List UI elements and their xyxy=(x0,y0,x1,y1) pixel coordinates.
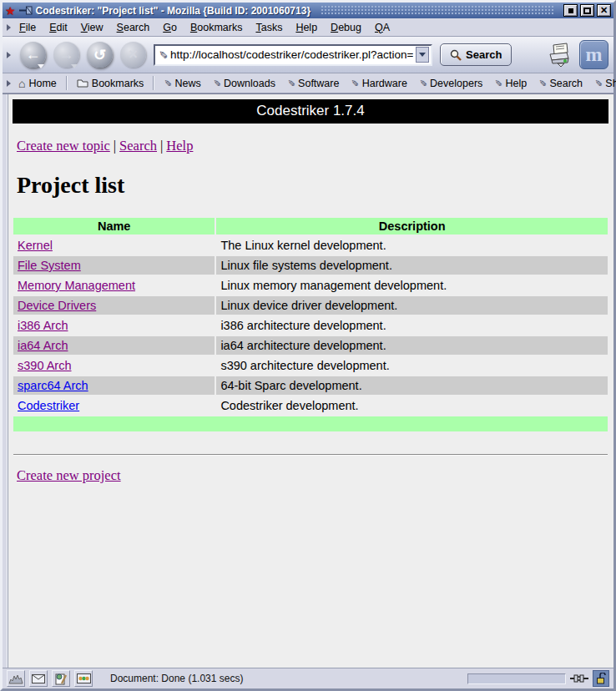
maximize-icon xyxy=(583,8,591,14)
print-button[interactable] xyxy=(545,43,572,68)
table-header-row: Name Description xyxy=(13,218,608,235)
bookmark-label: Hardware xyxy=(362,78,407,89)
online-status-button[interactable] xyxy=(570,673,588,683)
personal-toolbar: ⌂ Home Bookmarks ✎News ✎Downloads ✎Softw… xyxy=(3,73,613,93)
menu-help[interactable]: Help xyxy=(289,19,324,36)
search-button[interactable]: Search xyxy=(440,43,512,66)
quill-icon: ✎ xyxy=(285,79,296,87)
mail-component-button[interactable] xyxy=(29,670,48,687)
security-button[interactable] xyxy=(593,670,609,687)
create-new-topic-link[interactable]: Create new topic xyxy=(17,138,110,154)
printer-icon xyxy=(545,43,572,68)
table-footer-row xyxy=(13,416,608,431)
project-link[interactable]: Device Drivers xyxy=(18,299,96,312)
bookmark-label: Help xyxy=(506,78,528,89)
titlebar[interactable]: ★ Codestriker: "Project list" - Mozilla … xyxy=(3,3,613,18)
menu-debug[interactable]: Debug xyxy=(324,19,368,36)
minimize-button[interactable] xyxy=(563,4,578,17)
project-link[interactable]: sparc64 Arch xyxy=(18,379,88,392)
maximize-button[interactable] xyxy=(580,4,594,17)
table-row: i386 Arch i386 architecture development. xyxy=(13,316,608,335)
menu-view[interactable]: View xyxy=(74,19,110,36)
menu-tasks[interactable]: Tasks xyxy=(249,19,289,36)
bookmark-label: Developers xyxy=(430,78,482,89)
project-link[interactable]: Memory Management xyxy=(18,279,135,292)
menubar-grippy[interactable] xyxy=(4,18,13,36)
personal-toolbar-grippy[interactable] xyxy=(4,73,13,93)
navigator-icon xyxy=(8,673,23,684)
create-new-project-link[interactable]: Create new project xyxy=(17,467,121,483)
navigator-component-button[interactable] xyxy=(7,670,25,687)
table-row: ia64 Arch ia64 architecture development. xyxy=(13,336,608,355)
project-link[interactable]: ia64 Arch xyxy=(18,339,68,352)
link-separator: | xyxy=(160,138,163,154)
forward-dropdown-icon xyxy=(71,64,78,68)
project-link[interactable]: i386 Arch xyxy=(18,319,68,332)
page-nav-links: Create new topic|Search|Help xyxy=(17,138,609,154)
projects-table: Name Description Kernel The Linux kernel… xyxy=(12,216,609,433)
project-description: ia64 architecture development. xyxy=(216,336,608,355)
table-row: Memory Management Linux memory managemen… xyxy=(13,276,608,295)
quill-icon: ✎ xyxy=(350,79,361,87)
bookmark-label: Search xyxy=(549,78,583,89)
stop-button[interactable]: × xyxy=(120,42,146,68)
menu-bookmarks[interactable]: Bookmarks xyxy=(184,19,250,36)
toolbar-separator xyxy=(66,76,68,90)
bookmark-item-home[interactable]: ⌂ Home xyxy=(13,76,63,91)
mail-icon xyxy=(32,674,45,683)
menu-qa[interactable]: QA xyxy=(368,19,396,36)
bookmark-quill-icon[interactable]: ✎ xyxy=(157,50,169,59)
project-link[interactable]: Codestriker xyxy=(18,399,79,412)
bookmark-item-search[interactable]: ✎Search xyxy=(533,76,588,91)
close-button[interactable]: ✕ xyxy=(597,4,611,17)
bookmark-label: Downloads xyxy=(224,78,275,89)
window-pin-icon[interactable] xyxy=(19,6,33,15)
addressbook-icon xyxy=(77,673,91,683)
bookmark-item-news[interactable]: ✎News xyxy=(158,76,206,91)
help-link[interactable]: Help xyxy=(166,138,193,154)
bookmark-item-software[interactable]: ✎Software xyxy=(281,76,346,91)
bookmark-item-hardware[interactable]: ✎Hardware xyxy=(345,76,412,91)
project-description: Linux memory management development. xyxy=(216,276,608,295)
menu-edit[interactable]: Edit xyxy=(43,19,74,36)
project-description: 64-bit Sparc development. xyxy=(216,376,608,395)
status-text: Document: Done (1.031 secs) xyxy=(110,673,463,684)
url-dropdown-button[interactable] xyxy=(416,47,429,63)
project-link[interactable]: s390 Arch xyxy=(18,359,72,372)
back-dropdown-icon[interactable] xyxy=(38,64,44,68)
back-button[interactable]: ← xyxy=(20,42,46,68)
project-description: Linux device driver development. xyxy=(216,296,608,315)
project-link[interactable]: File System xyxy=(18,259,81,272)
bookmark-item-shop[interactable]: ✎Shop xyxy=(588,76,616,91)
toolbar-grippy[interactable] xyxy=(4,37,13,73)
search-link[interactable]: Search xyxy=(119,138,157,154)
minimize-icon xyxy=(568,8,573,13)
project-description: i386 architecture development. xyxy=(216,316,608,335)
table-row: Kernel The Linux kernel development. xyxy=(13,236,608,255)
project-link[interactable]: Kernel xyxy=(18,239,53,252)
bookmark-item-bookmarks[interactable]: Bookmarks xyxy=(71,76,150,91)
forward-button[interactable]: → xyxy=(53,42,79,68)
quill-icon: ✎ xyxy=(211,79,222,87)
unlock-icon xyxy=(596,673,607,684)
composer-component-button[interactable] xyxy=(52,670,70,687)
project-description: s390 architecture development. xyxy=(216,356,608,375)
url-input[interactable] xyxy=(170,48,413,61)
plug-icon xyxy=(570,673,588,683)
quill-icon: ✎ xyxy=(537,79,548,87)
progress-bar xyxy=(467,673,566,684)
bookmark-item-downloads[interactable]: ✎Downloads xyxy=(207,76,281,91)
mozilla-throbber[interactable]: m xyxy=(579,40,608,69)
addressbook-component-button[interactable] xyxy=(74,670,93,687)
bookmark-item-developers[interactable]: ✎Developers xyxy=(413,76,488,91)
quill-icon: ✎ xyxy=(162,79,173,87)
menu-go[interactable]: Go xyxy=(156,19,184,36)
home-icon: ⌂ xyxy=(18,78,25,89)
sidebar-splitter[interactable] xyxy=(3,94,8,668)
menu-file[interactable]: File xyxy=(13,19,43,36)
menu-search[interactable]: Search xyxy=(110,19,157,36)
reload-button[interactable]: ↺ xyxy=(87,42,113,68)
column-header-description: Description xyxy=(216,218,608,235)
titlebar-texture xyxy=(321,5,553,16)
bookmark-item-help[interactable]: ✎Help xyxy=(488,76,533,91)
